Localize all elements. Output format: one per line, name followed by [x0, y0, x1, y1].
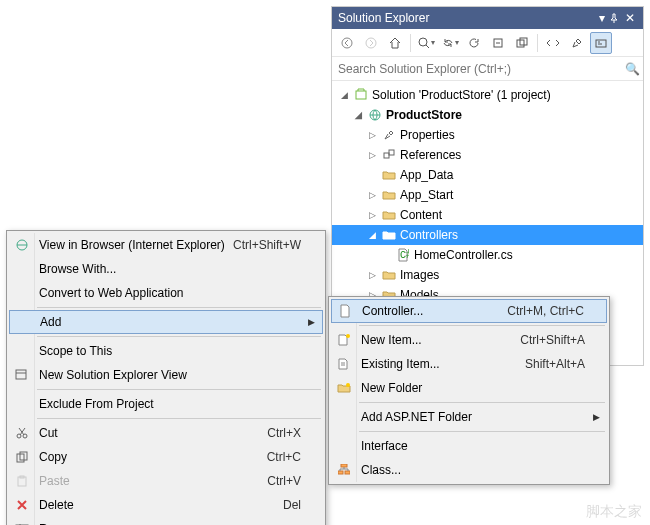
- toolbar-sep2: [537, 34, 538, 52]
- file-icon: [332, 304, 358, 318]
- folder-icon: [381, 187, 397, 203]
- menu-interface[interactable]: Interface: [331, 434, 607, 458]
- menu-exclude[interactable]: Exclude From Project: [9, 392, 323, 416]
- forward-button[interactable]: [360, 32, 382, 54]
- references-icon: [381, 147, 397, 163]
- svg-point-21: [346, 334, 350, 338]
- class-icon: [331, 464, 357, 476]
- context-menu-add: Controller...Ctrl+M, Ctrl+C New Item...C…: [328, 296, 610, 485]
- close-icon[interactable]: ✕: [623, 7, 637, 29]
- svg-rect-24: [338, 471, 343, 474]
- refresh-button[interactable]: [463, 32, 485, 54]
- menu-new-folder[interactable]: New Folder: [331, 376, 607, 400]
- menu-separator: [359, 431, 605, 432]
- properties-button[interactable]: [566, 32, 588, 54]
- new-item-icon: [331, 333, 357, 347]
- preview-button[interactable]: [590, 32, 612, 54]
- menu-asp-folder[interactable]: Add ASP.NET Folder▶: [331, 405, 607, 429]
- svg-rect-9: [384, 153, 389, 158]
- pin-icon[interactable]: [609, 13, 623, 23]
- tree-node-controllers[interactable]: ◢Controllers: [332, 225, 643, 245]
- cut-icon: [9, 427, 35, 439]
- menu-convert[interactable]: Convert to Web Application: [9, 281, 323, 305]
- paste-icon: [9, 475, 35, 487]
- submenu-arrow-icon: ▶: [308, 317, 322, 327]
- svg-rect-7: [356, 91, 366, 99]
- wrench-icon: [381, 127, 397, 143]
- new-view-icon: [9, 369, 35, 381]
- folder-icon: [381, 267, 397, 283]
- solution-node[interactable]: ◢Solution 'ProductStore' (1 project): [332, 85, 643, 105]
- menu-new-view[interactable]: New Solution Explorer View: [9, 363, 323, 387]
- search-box[interactable]: 🔍: [332, 57, 643, 81]
- delete-icon: [9, 499, 35, 511]
- panel-menu-icon[interactable]: ▾: [595, 7, 609, 29]
- menu-scope[interactable]: Scope to This: [9, 339, 323, 363]
- menu-class[interactable]: Class...: [331, 458, 607, 482]
- menu-add[interactable]: Add▶: [9, 310, 323, 334]
- svg-rect-13: [16, 370, 26, 379]
- svg-point-1: [366, 38, 376, 48]
- cs-file-icon: c#: [395, 247, 411, 263]
- panel-titlebar: Solution Explorer ▾ ✕: [332, 7, 643, 29]
- menu-paste: PasteCtrl+V: [9, 469, 323, 493]
- submenu-arrow-icon: ▶: [593, 412, 607, 422]
- code-button[interactable]: [542, 32, 564, 54]
- project-node[interactable]: ◢ProductStore: [332, 105, 643, 125]
- new-folder-icon: [331, 382, 357, 394]
- menu-separator: [37, 418, 321, 419]
- browser-icon: [9, 238, 35, 252]
- tree-node-content[interactable]: ▷Content: [332, 205, 643, 225]
- menu-existing-item[interactable]: Existing Item...Shift+Alt+A: [331, 352, 607, 376]
- svg-text:c#: c#: [400, 248, 409, 261]
- project-icon: [367, 107, 383, 123]
- panel-toolbar: [332, 29, 643, 57]
- menu-separator: [37, 336, 321, 337]
- menu-controller[interactable]: Controller...Ctrl+M, Ctrl+C: [331, 299, 607, 323]
- solution-icon: [353, 87, 369, 103]
- svg-rect-25: [345, 471, 350, 474]
- watermark: 脚本之家: [586, 503, 642, 521]
- menu-separator: [359, 325, 605, 326]
- tree-node-images[interactable]: ▷Images: [332, 265, 643, 285]
- tree-node-appdata[interactable]: App_Data: [332, 165, 643, 185]
- menu-copy[interactable]: CopyCtrl+C: [9, 445, 323, 469]
- tree-node-file[interactable]: c#HomeController.cs: [332, 245, 643, 265]
- sync-button[interactable]: [439, 32, 461, 54]
- home-button[interactable]: [384, 32, 406, 54]
- tree-node-properties[interactable]: ▷Properties: [332, 125, 643, 145]
- svg-point-22: [346, 383, 350, 387]
- search-input[interactable]: [332, 58, 621, 80]
- svg-point-0: [342, 38, 352, 48]
- svg-rect-10: [389, 150, 394, 155]
- menu-rename[interactable]: Rename: [9, 517, 323, 525]
- tree-node-appstart[interactable]: ▷App_Start: [332, 185, 643, 205]
- show-all-button[interactable]: [511, 32, 533, 54]
- existing-item-icon: [331, 357, 357, 371]
- menu-cut[interactable]: CutCtrl+X: [9, 421, 323, 445]
- svg-point-2: [419, 38, 427, 46]
- menu-separator: [37, 307, 321, 308]
- scope-button[interactable]: [415, 32, 437, 54]
- folder-icon: [381, 167, 397, 183]
- menu-separator: [37, 389, 321, 390]
- menu-delete[interactable]: DeleteDel: [9, 493, 323, 517]
- svg-rect-23: [341, 464, 347, 467]
- menu-view-in-browser[interactable]: View in Browser (Internet Explorer)Ctrl+…: [9, 233, 323, 257]
- menu-separator: [359, 402, 605, 403]
- panel-title-text: Solution Explorer: [338, 7, 595, 29]
- context-menu-main: View in Browser (Internet Explorer)Ctrl+…: [6, 230, 326, 525]
- folder-open-icon: [381, 227, 397, 243]
- copy-icon: [9, 451, 35, 463]
- tree-node-references[interactable]: ▷References: [332, 145, 643, 165]
- toolbar-sep: [410, 34, 411, 52]
- folder-icon: [381, 207, 397, 223]
- collapse-button[interactable]: [487, 32, 509, 54]
- menu-new-item[interactable]: New Item...Ctrl+Shift+A: [331, 328, 607, 352]
- menu-browse-with[interactable]: Browse With...: [9, 257, 323, 281]
- search-icon[interactable]: 🔍: [621, 62, 643, 76]
- back-button[interactable]: [336, 32, 358, 54]
